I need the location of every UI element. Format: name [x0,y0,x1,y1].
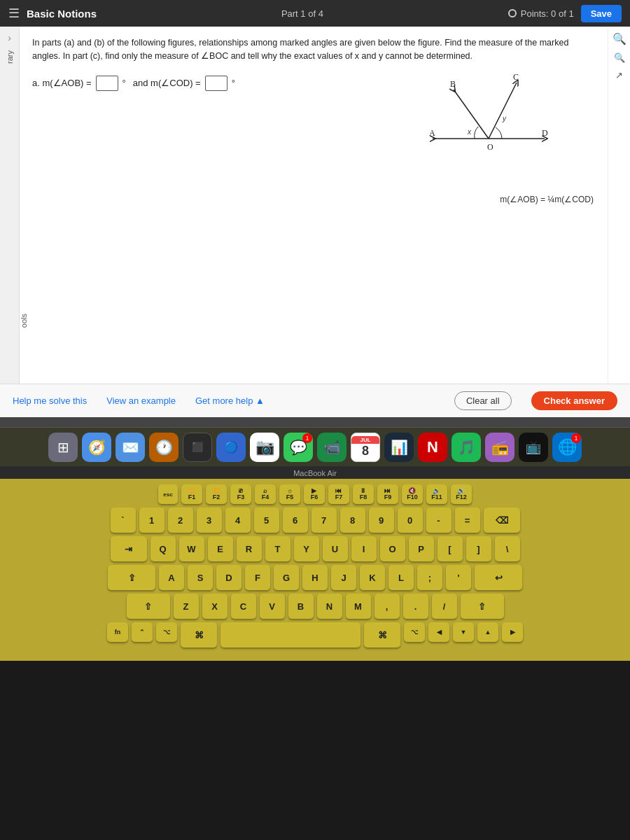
dock-music[interactable]: 🎵 [451,433,481,462]
key-slash[interactable]: / [432,594,457,619]
key-shift-left[interactable]: ⇧ [127,594,170,619]
key-tab[interactable]: ⇥ [111,536,147,561]
key-arrow-left[interactable]: ◀ [428,622,449,642]
key-cmd-right[interactable]: ⌘ [364,622,400,648]
dock-safari[interactable]: 🌐 1 [552,433,582,462]
key-i[interactable]: I [351,536,377,561]
key-e[interactable]: E [208,536,233,561]
search-icon[interactable]: 🔍 [612,32,626,46]
key-z[interactable]: Z [174,594,199,619]
key-u[interactable]: U [323,536,348,561]
key-d[interactable]: D [216,565,241,590]
key-comma[interactable]: , [374,594,400,619]
key-backspace[interactable]: ⌫ [484,507,520,533]
dock-finder[interactable]: 🧭 [82,433,111,462]
key-quote[interactable]: ' [446,565,471,590]
check-answer-button[interactable]: Check answer [531,391,617,410]
key-f11[interactable]: 🔉F11 [426,484,447,504]
dock-facetime[interactable]: 📹 [317,433,346,462]
dock-launchpad[interactable]: ⊞ [48,433,78,462]
dock-mail[interactable]: ✉️ [115,433,145,462]
key-f8[interactable]: ⏸F8 [353,484,374,504]
dock-messages[interactable]: 💬 1 [284,433,313,462]
key-f2[interactable]: 🔆F2 [206,484,227,504]
key-f[interactable]: F [245,565,270,590]
clear-all-button[interactable]: Clear all [454,391,512,410]
key-p[interactable]: P [409,536,434,561]
key-semicolon[interactable]: ; [417,565,442,590]
key-j[interactable]: J [331,565,356,590]
key-f7[interactable]: ⏮F7 [328,484,349,504]
key-y[interactable]: Y [294,536,319,561]
key-minus[interactable]: - [426,507,451,533]
key-backtick[interactable]: ` [111,507,136,533]
help-solve-link[interactable]: Help me solve this [13,396,87,406]
dock-app1[interactable]: 🔵 [216,433,246,462]
key-ctrl[interactable]: ⌃ [132,622,153,642]
key-7[interactable]: 7 [312,507,337,533]
menu-icon[interactable]: ☰ [8,6,20,21]
key-m[interactable]: M [346,594,371,619]
key-arrow-up[interactable]: ▲ [477,622,498,642]
key-esc[interactable]: esc [158,484,178,504]
view-example-link[interactable]: View an example [106,396,176,406]
key-5[interactable]: 5 [254,507,279,533]
key-9[interactable]: 9 [369,507,394,533]
key-f3[interactable]: ⎚F3 [230,484,251,504]
external-link-icon[interactable]: ↗ [615,70,623,80]
key-c[interactable]: C [231,594,256,619]
key-2[interactable]: 2 [168,507,193,533]
key-v[interactable]: V [260,594,285,619]
get-more-help-link[interactable]: Get more help ▲ [195,396,265,406]
key-period[interactable]: . [403,594,428,619]
key-t[interactable]: T [265,536,290,561]
key-1[interactable]: 1 [139,507,164,533]
dock-photos[interactable]: 📷 [250,433,279,462]
dock-terminal[interactable]: ⬛ [183,433,212,462]
key-space[interactable] [220,622,360,648]
key-equals[interactable]: = [455,507,480,533]
key-f1[interactable]: 🔅F1 [181,484,202,504]
key-o[interactable]: O [380,536,405,561]
dock-stocks[interactable]: 📊 [384,433,414,462]
key-capslock[interactable]: ⇪ [108,565,155,590]
key-w[interactable]: W [179,536,204,561]
key-r[interactable]: R [237,536,262,561]
key-arrow-right[interactable]: ▶ [502,622,523,642]
key-shift-right[interactable]: ⇧ [461,594,504,619]
key-option-right[interactable]: ⌥ [404,622,425,642]
key-f5[interactable]: ☼F5 [279,484,300,504]
key-f4[interactable]: ⌕F4 [255,484,276,504]
key-g[interactable]: G [274,565,299,590]
key-4[interactable]: 4 [225,507,251,533]
key-b[interactable]: B [288,594,314,619]
save-button[interactable]: Save [581,5,622,22]
key-cmd-left[interactable]: ⌘ [181,622,217,648]
key-6[interactable]: 6 [283,507,308,533]
key-0[interactable]: 0 [398,507,423,533]
key-arrow-down[interactable]: ▼ [453,622,474,642]
zoom-in-icon[interactable]: 🔍 [614,52,625,63]
sidebar-collapse-arrow[interactable]: › [8,32,11,43]
key-l[interactable]: L [388,565,414,590]
key-enter[interactable]: ↩ [475,565,522,590]
dock-notion[interactable]: N [418,433,447,462]
key-f6[interactable]: ▶F6 [304,484,325,504]
key-8[interactable]: 8 [340,507,365,533]
dock-calendar[interactable]: JUL 8 [351,433,380,462]
key-option-left[interactable]: ⌥ [156,622,177,642]
dock-clock[interactable]: 🕐 [149,433,178,462]
key-fn[interactable]: fn [107,622,128,642]
key-k[interactable]: K [360,565,385,590]
key-backslash[interactable]: \ [495,536,520,561]
dock-podcast[interactable]: 📻 [485,433,514,462]
key-n[interactable]: N [317,594,342,619]
key-s[interactable]: S [188,565,213,590]
key-rbracket[interactable]: ] [466,536,491,561]
key-f12[interactable]: 🔊F12 [451,484,472,504]
key-q[interactable]: Q [150,536,176,561]
key-lbracket[interactable]: [ [438,536,463,561]
key-f10[interactable]: 🔇F10 [402,484,423,504]
key-x[interactable]: X [202,594,227,619]
key-f9[interactable]: ⏭F9 [377,484,398,504]
